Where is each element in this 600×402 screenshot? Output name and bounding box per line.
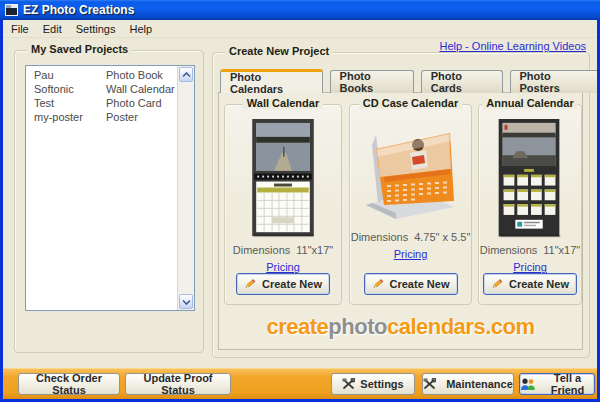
cd-case-calendar-title: CD Case Calendar	[359, 97, 462, 109]
project-type: Photo Card	[106, 97, 176, 109]
title-bar: EZ Photo Creations	[0, 0, 600, 20]
tab-strip: Photo Calendars Photo Books Photo Cards …	[220, 70, 600, 93]
project-name: my-poster	[34, 111, 106, 123]
tab-photo-books[interactable]: Photo Books	[330, 70, 414, 93]
menu-edit[interactable]: Edit	[36, 21, 69, 37]
project-name: Softonic	[34, 83, 106, 95]
tab-photo-cards[interactable]: Photo Cards	[421, 70, 503, 93]
menu-file[interactable]: File	[4, 21, 36, 37]
project-type: Photo Book	[106, 69, 176, 81]
wall-calendar-title: Wall Calendar	[243, 97, 323, 109]
tell-a-friend-button[interactable]: Tell a Friend	[519, 373, 595, 395]
menu-bar: File Edit Settings Help	[0, 20, 600, 38]
wall-calendar-preview	[252, 119, 314, 238]
pencil-icon	[491, 278, 504, 290]
annual-calendar-preview	[498, 119, 562, 238]
settings-button[interactable]: Settings	[331, 373, 415, 395]
menu-settings[interactable]: Settings	[69, 21, 123, 37]
annual-calendar-dimensions: Dimensions11"x17"	[480, 244, 580, 256]
tools-icon	[342, 378, 355, 390]
cd-case-calendar-create-new-button[interactable]: Create New	[364, 273, 458, 295]
scroll-up-icon[interactable]	[179, 67, 193, 82]
my-saved-projects-group: My Saved Projects Pau Photo Book Softoni…	[14, 50, 204, 353]
bottom-toolbar: Check Order Status Update Proof Status S…	[3, 368, 597, 399]
tab-photo-posters[interactable]: Photo Posters	[510, 70, 600, 93]
cd-case-calendar-pricing-link[interactable]: Pricing	[394, 248, 428, 260]
check-order-status-button[interactable]: Check Order Status	[18, 373, 120, 395]
project-type: Poster	[106, 111, 176, 123]
saved-projects-list[interactable]: Pau Photo Book Softonic Wall Calendar Te…	[25, 65, 195, 311]
list-item[interactable]: Test Photo Card	[27, 96, 176, 110]
list-item[interactable]: Softonic Wall Calendar	[27, 82, 176, 96]
annual-calendar-title: Annual Calendar	[482, 97, 577, 109]
tools-icon	[423, 378, 436, 390]
menu-help[interactable]: Help	[122, 21, 159, 37]
online-learning-videos-link[interactable]: Help - Online Learning Videos	[439, 40, 586, 52]
cd-case-calendar-dimensions: Dimensions4.75" x 5.5"	[351, 231, 471, 243]
create-new-project-title: Create New Project	[225, 45, 333, 57]
wall-calendar-dimensions: Dimensions11"x17"	[233, 244, 333, 256]
pencil-icon	[244, 278, 257, 290]
update-proof-status-button[interactable]: Update Proof Status	[125, 373, 231, 395]
list-item[interactable]: Pau Photo Book	[27, 68, 176, 82]
my-saved-projects-title: My Saved Projects	[27, 43, 132, 55]
project-name: Test	[34, 97, 106, 109]
createphotocalendars-watermark: createphotocalendars.com	[218, 314, 583, 340]
scroll-down-icon[interactable]	[179, 294, 193, 309]
cd-case-calendar-card: CD Case Calendar	[349, 104, 472, 305]
list-scrollbar[interactable]	[177, 66, 194, 310]
app-window-icon	[5, 4, 18, 16]
project-type: Wall Calendar	[106, 83, 176, 95]
people-icon	[520, 378, 536, 391]
annual-calendar-create-new-button[interactable]: Create New	[483, 273, 577, 295]
wall-calendar-pricing-link[interactable]: Pricing	[266, 261, 300, 273]
maintenance-button[interactable]: Maintenance	[422, 373, 514, 395]
list-item[interactable]: my-poster Poster	[27, 110, 176, 124]
project-name: Pau	[34, 69, 106, 81]
pencil-icon	[372, 278, 385, 290]
wall-calendar-create-new-button[interactable]: Create New	[236, 273, 330, 295]
annual-calendar-card: Annual Calendar	[478, 104, 582, 305]
annual-calendar-pricing-link[interactable]: Pricing	[513, 261, 547, 273]
window-title: EZ Photo Creations	[23, 3, 134, 17]
wall-calendar-card: Wall Calendar	[224, 104, 342, 305]
cd-case-calendar-preview	[362, 127, 460, 219]
tab-photo-calendars[interactable]: Photo Calendars	[220, 69, 323, 93]
